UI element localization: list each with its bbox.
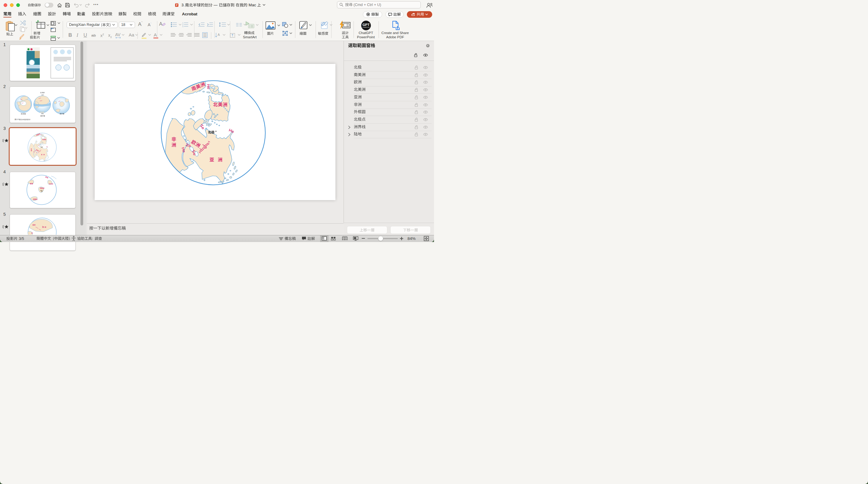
svg-text:P: P [176, 4, 178, 7]
svg-text:A: A [284, 32, 286, 35]
svg-text:A: A [218, 33, 220, 36]
svg-text:3: 3 [182, 26, 183, 27]
svg-text:GPT: GPT [363, 23, 370, 27]
svg-text:—POWERPOINT—: —POWERPOINT— [362, 27, 371, 28]
